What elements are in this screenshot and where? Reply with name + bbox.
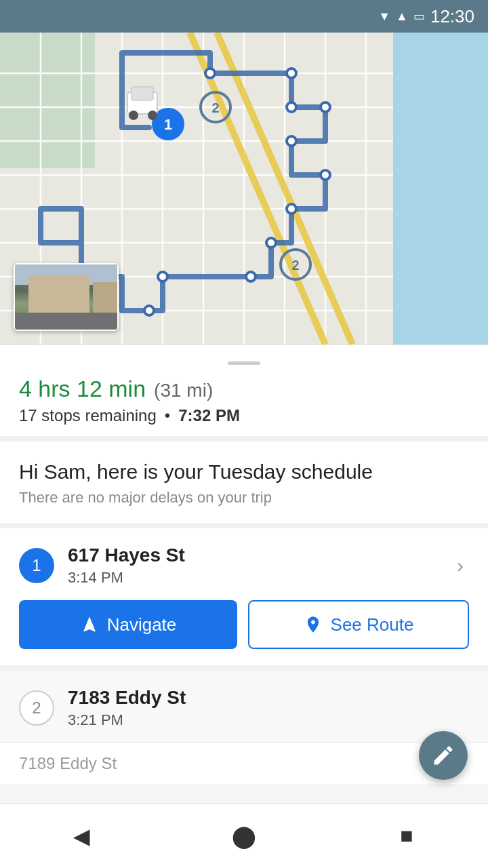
edit-fab[interactable] xyxy=(419,731,468,780)
edit-icon xyxy=(431,743,455,768)
svg-point-39 xyxy=(148,111,157,120)
street-view-thumbnail[interactable] xyxy=(14,263,119,331)
svg-point-38 xyxy=(129,111,138,120)
svg-rect-37 xyxy=(131,87,153,100)
svg-point-26 xyxy=(266,238,276,248)
info-panel: 4 hrs 12 min (31 mi) 17 stops remaining … xyxy=(0,344,488,436)
see-route-button[interactable]: See Route xyxy=(248,600,469,649)
back-button[interactable]: ◀ xyxy=(54,809,108,863)
svg-text:2: 2 xyxy=(211,100,219,115)
home-button[interactable]: ⬤ xyxy=(217,809,271,863)
svg-text:1: 1 xyxy=(164,116,172,133)
time-info: 4 hrs 12 min (31 mi) xyxy=(19,376,469,402)
stop-badge-2: 2 xyxy=(19,690,54,726)
stop-address-3-partial: 7189 Eddy St xyxy=(19,754,469,773)
trip-duration: 4 hrs 12 min xyxy=(19,376,146,402)
wifi-icon: ▼ xyxy=(378,9,390,24)
navigation-bar: ◀ ⬤ ■ xyxy=(0,803,488,868)
stop-info-1: 617 Hayes St 3:14 PM xyxy=(68,545,438,587)
navigate-icon xyxy=(80,615,99,634)
svg-point-24 xyxy=(321,170,330,180)
stop-item-3: 7189 Eddy St xyxy=(0,743,488,784)
stop-item-1: 1 617 Hayes St 3:14 PM › Navigate See Ro… xyxy=(0,523,488,665)
stop-header-2[interactable]: 2 7183 Eddy St 3:21 PM xyxy=(0,671,488,743)
svg-point-29 xyxy=(144,306,154,315)
stop-time-1: 3:14 PM xyxy=(68,569,438,587)
greeting-section: Hi Sam, here is your Tuesday schedule Th… xyxy=(0,436,488,523)
svg-point-20 xyxy=(287,68,296,78)
greeting-subtitle: There are no major delays on your trip xyxy=(19,489,469,507)
recent-button[interactable]: ■ xyxy=(380,809,434,863)
stop-header-1[interactable]: 1 617 Hayes St 3:14 PM › xyxy=(0,528,488,600)
status-icons: ▼ ▲ ▭ 12:30 xyxy=(378,6,474,27)
stops-remaining: 17 stops remaining xyxy=(19,406,157,425)
stop-time-2: 3:21 PM xyxy=(68,711,469,729)
stop-info-2: 7183 Eddy St 3:21 PM xyxy=(68,687,469,729)
svg-point-19 xyxy=(205,68,215,78)
stop-chevron-1[interactable]: › xyxy=(451,549,469,583)
stop-address-2: 7183 Eddy St xyxy=(68,687,469,709)
see-route-icon xyxy=(304,615,323,634)
signal-icon: ▲ xyxy=(396,9,408,24)
greeting-title: Hi Sam, here is your Tuesday schedule xyxy=(19,460,469,484)
status-bar: ▼ ▲ ▭ 12:30 xyxy=(0,0,488,33)
stop-badge-1: 1 xyxy=(19,548,54,583)
svg-point-27 xyxy=(246,272,256,281)
svg-point-22 xyxy=(321,102,330,112)
svg-point-28 xyxy=(158,272,167,281)
drag-handle[interactable] xyxy=(228,361,260,365)
stop-address-1: 617 Hayes St xyxy=(68,545,438,566)
stop-actions-1: Navigate See Route xyxy=(0,600,488,665)
svg-point-23 xyxy=(287,136,296,146)
svg-point-21 xyxy=(287,102,296,112)
trip-distance: (31 mi) xyxy=(154,380,213,401)
navigate-button[interactable]: Navigate xyxy=(19,600,237,649)
svg-point-25 xyxy=(287,204,296,214)
svg-text:2: 2 xyxy=(291,258,299,273)
status-time: 12:30 xyxy=(430,6,474,27)
stops-info: 17 stops remaining • 7:32 PM xyxy=(19,406,469,425)
stop-item-2: 2 7183 Eddy St 3:21 PM xyxy=(0,665,488,743)
battery-icon: ▭ xyxy=(413,9,425,24)
eta-time: 7:32 PM xyxy=(178,406,240,425)
map-container[interactable]: 1 2 2 xyxy=(0,33,488,344)
